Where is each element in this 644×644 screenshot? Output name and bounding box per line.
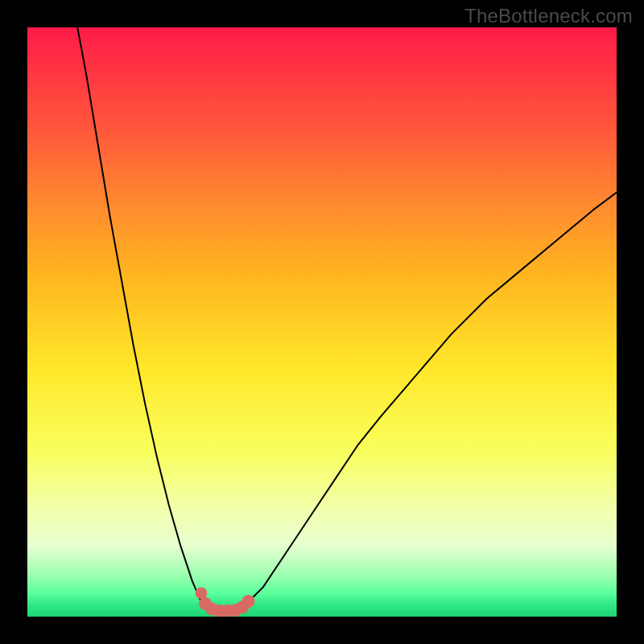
bottleneck-marker: [196, 587, 208, 599]
curve-group: [77, 27, 617, 611]
chart-frame: TheBottleneck.com: [0, 0, 644, 644]
watermark-text: TheBottleneck.com: [464, 5, 633, 27]
curve-left-branch: [77, 27, 201, 602]
bottleneck-marker: [242, 595, 254, 608]
marker-group: [196, 587, 255, 617]
plot-area: [27, 27, 617, 617]
bottleneck-curve-svg: [27, 27, 617, 617]
curve-right-branch: [249, 192, 617, 602]
